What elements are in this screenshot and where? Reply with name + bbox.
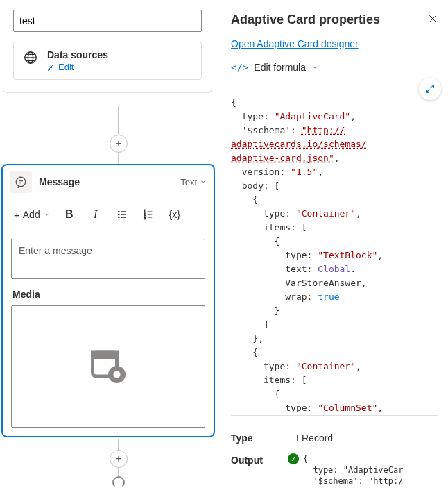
data-sources-card[interactable]: Data sources Edit: [13, 42, 202, 80]
message-node-card: Message Text + Add B I 123 {x} Enter a m…: [1, 164, 215, 437]
success-icon: ✓: [288, 453, 299, 464]
media-settings-icon: [87, 345, 129, 389]
close-icon: [427, 13, 438, 24]
properties-panel: Adaptive Card properties Open Adaptive C…: [221, 0, 448, 488]
svg-point-5: [118, 217, 119, 217]
add-node-button[interactable]: +: [110, 135, 128, 153]
toolbar: + Add B I 123 {x}: [3, 199, 214, 230]
type-selector[interactable]: Text: [180, 177, 207, 187]
formula-editor[interactable]: { type: "AdaptiveCard", '$schema': "http…: [231, 96, 438, 412]
data-sources-title: Data sources: [47, 49, 193, 60]
media-dropzone[interactable]: [11, 305, 205, 428]
svg-rect-10: [93, 352, 117, 357]
search-input[interactable]: [13, 10, 202, 32]
chevron-down-icon: [43, 211, 50, 218]
message-icon: [10, 171, 32, 193]
expand-icon: [424, 83, 436, 94]
type-label: Type: [231, 432, 275, 444]
edit-formula-button[interactable]: </> Edit formula: [221, 58, 448, 77]
end-circle-icon: [112, 476, 125, 488]
italic-button[interactable]: I: [85, 205, 107, 224]
panel-title: Adaptive Card properties: [231, 12, 380, 27]
media-label: Media: [12, 289, 204, 300]
chevron-down-icon: [311, 64, 318, 71]
svg-point-4: [118, 214, 119, 214]
node-card-1: Data sources Edit: [3, 0, 212, 93]
message-title: Message: [39, 176, 180, 187]
edit-link[interactable]: Edit: [47, 62, 193, 72]
bullet-list-button[interactable]: [111, 205, 133, 224]
divider: [231, 415, 438, 416]
variable-button[interactable]: {x}: [164, 205, 186, 224]
svg-point-3: [118, 211, 119, 212]
chevron-down-icon: [200, 178, 207, 185]
svg-point-12: [114, 371, 121, 378]
open-designer-link[interactable]: Open Adaptive Card designer: [221, 35, 368, 58]
globe-icon: [22, 49, 39, 66]
svg-point-2: [16, 177, 26, 187]
svg-text:3: 3: [144, 217, 146, 220]
bold-button[interactable]: B: [58, 205, 80, 224]
numbered-list-button[interactable]: 123: [137, 205, 160, 224]
connector-line: [118, 153, 119, 164]
add-node-button[interactable]: +: [110, 450, 128, 468]
output-value: { type: "AdaptiveCar '$schema': "http:/: [303, 453, 404, 487]
type-value: Record: [288, 432, 333, 444]
code-icon: </>: [231, 62, 248, 73]
record-icon: [288, 435, 298, 441]
close-button[interactable]: [427, 13, 438, 26]
output-label: Output: [231, 453, 275, 466]
message-input[interactable]: Enter a message: [11, 239, 205, 279]
pencil-icon: [47, 63, 55, 71]
add-button[interactable]: + Add: [10, 205, 54, 224]
